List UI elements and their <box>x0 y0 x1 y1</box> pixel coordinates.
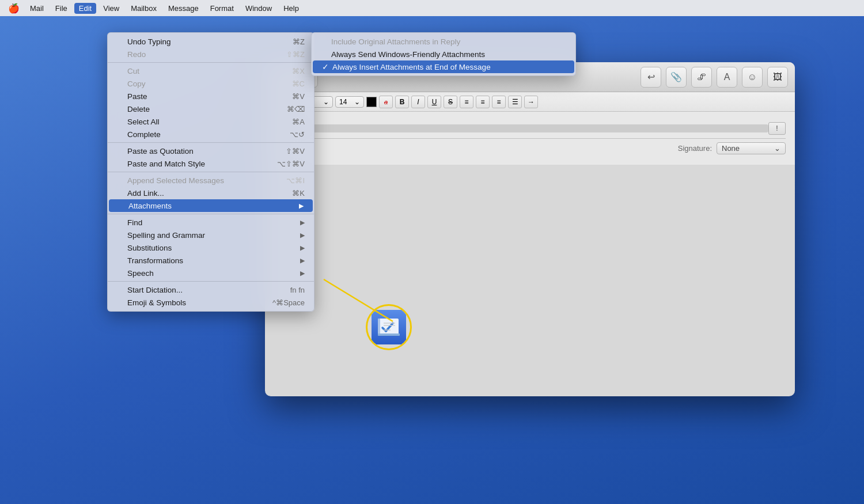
align-left-btn[interactable]: ≡ <box>460 96 473 108</box>
svg-rect-2 <box>378 319 380 335</box>
menu-emoji[interactable]: Emoji & Symbols ^⌘Space <box>108 296 314 309</box>
apple-menu[interactable]: 🍎 <box>5 2 23 15</box>
menu-paste-quotation[interactable]: Paste as Quotation ⇧⌘V <box>108 145 314 157</box>
checklist-svg <box>374 313 403 342</box>
edit-menu: Undo Typing ⌘Z Redo ⇧⌘Z Cut ⌘X Copy ⌘C P… <box>107 32 314 312</box>
attach-button[interactable]: 📎 <box>666 67 687 88</box>
underline-btn[interactable]: U <box>427 96 441 108</box>
align-center-btn[interactable]: ≡ <box>476 96 490 108</box>
menu-select-all[interactable]: Select All ⌘A <box>108 115 314 128</box>
compose-body: ! Signature: None ⌄ <box>265 112 795 165</box>
strikethrough-btn2[interactable]: S <box>444 96 457 108</box>
menu-transformations[interactable]: Transformations ▶ <box>108 254 314 267</box>
divider-3 <box>108 172 314 172</box>
menu-append[interactable]: Append Selected Messages ⌥⌘I <box>108 174 314 187</box>
submenu-include-original[interactable]: Include Original Attachments in Reply <box>312 35 575 48</box>
menu-redo[interactable]: Redo ⇧⌘Z <box>108 48 314 60</box>
menu-add-link[interactable]: Add Link... ⌘K <box>108 187 314 199</box>
submenu-windows-friendly[interactable]: Always Send Windows-Friendly Attachments <box>312 48 575 60</box>
menubar-file[interactable]: File <box>51 3 72 14</box>
menubar-view[interactable]: View <box>98 3 124 14</box>
submenu-insert-end[interactable]: ✓ Always Insert Attachments at End of Me… <box>313 60 574 73</box>
icon-inner <box>372 310 406 344</box>
menubar-mail[interactable]: Mail <box>25 3 48 14</box>
menubar-mailbox[interactable]: Mailbox <box>126 3 161 14</box>
desktop: ► ☰ ↩ 📎 🖇 A ☺ 🖼 Arial ⌄ 14 ⌄ a B I U <box>0 16 864 504</box>
emoji-button[interactable]: ☺ <box>742 67 763 88</box>
list-btn[interactable]: ☰ <box>508 96 522 108</box>
menubar: 🍎 Mail File Edit View Mailbox Message Fo… <box>0 0 864 16</box>
icon-circle-border <box>366 304 412 350</box>
divider-1 <box>108 62 314 63</box>
signature-select[interactable]: None ⌄ <box>717 142 786 154</box>
menu-dictation[interactable]: Start Dictation... fn fn <box>108 283 314 296</box>
attachments-submenu: Include Original Attachments in Reply Al… <box>311 32 576 76</box>
checklist-icon <box>366 304 412 350</box>
svg-rect-6 <box>378 334 400 336</box>
menu-paste-match[interactable]: Paste and Match Style ⌥⇧⌘V <box>108 157 314 170</box>
to-field[interactable] <box>274 124 768 132</box>
divider-4 <box>108 214 314 214</box>
menu-cut[interactable]: Cut ⌘X <box>108 65 314 77</box>
menubar-message[interactable]: Message <box>164 3 203 14</box>
bold-btn[interactable]: B <box>395 96 409 108</box>
menu-attachments[interactable]: Attachments ▶ <box>109 199 313 212</box>
undo-button[interactable]: ↩ <box>641 67 661 88</box>
menubar-help[interactable]: Help <box>279 3 304 14</box>
divider-2 <box>108 142 314 143</box>
menu-complete[interactable]: Complete ⌥↺ <box>108 128 314 141</box>
signature-label: Signature: <box>678 144 712 153</box>
menubar-window[interactable]: Window <box>241 3 276 14</box>
menubar-edit[interactable]: Edit <box>74 3 96 14</box>
size-select[interactable]: 14 ⌄ <box>335 96 364 108</box>
align-right-btn[interactable]: ≡ <box>492 96 506 108</box>
compose-window: ► ☰ ↩ 📎 🖇 A ☺ 🖼 Arial ⌄ 14 ⌄ a B I U <box>265 62 795 396</box>
photo-button[interactable]: 🖼 <box>767 67 788 88</box>
menu-find[interactable]: Find ▶ <box>108 216 314 229</box>
priority-btn[interactable]: ! <box>768 122 786 135</box>
to-field-row: ! <box>274 119 786 139</box>
menu-substitutions[interactable]: Substitutions ▶ <box>108 241 314 254</box>
menubar-format[interactable]: Format <box>206 3 238 14</box>
signature-row: Signature: None ⌄ <box>274 139 786 158</box>
menu-spelling[interactable]: Spelling and Grammar ▶ <box>108 229 314 241</box>
divider-5 <box>108 281 314 282</box>
italic-btn[interactable]: I <box>411 96 425 108</box>
menu-speech[interactable]: Speech ▶ <box>108 267 314 279</box>
menu-copy[interactable]: Copy ⌘C <box>108 77 314 90</box>
attach2-button[interactable]: 🖇 <box>691 67 712 88</box>
font-button[interactable]: A <box>717 67 737 88</box>
menu-undo-typing[interactable]: Undo Typing ⌘Z <box>108 35 314 48</box>
color-picker[interactable] <box>366 97 377 107</box>
menu-paste[interactable]: Paste ⌘V <box>108 90 314 103</box>
format-bar: Arial ⌄ 14 ⌄ a B I U S ≡ ≡ ≡ ☰ → <box>265 92 795 112</box>
menu-delete[interactable]: Delete ⌘⌫ <box>108 103 314 115</box>
strikethrough-btn[interactable]: a <box>379 96 393 108</box>
indent-btn[interactable]: → <box>524 96 538 108</box>
